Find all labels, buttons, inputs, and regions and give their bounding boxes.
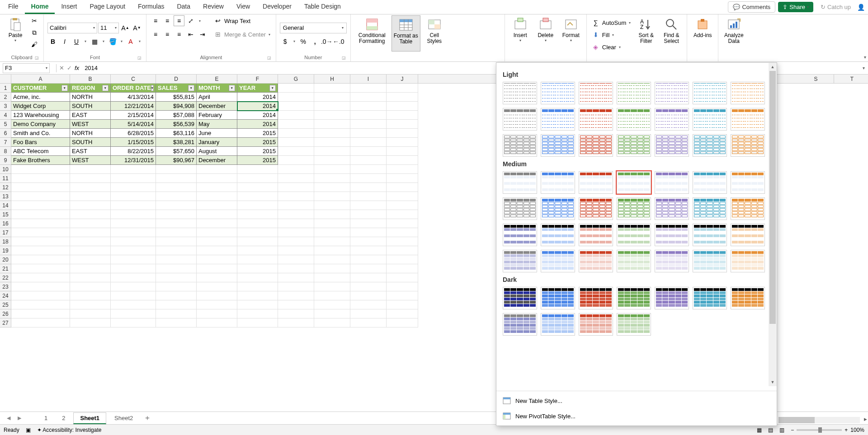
filter-dropdown-icon[interactable]: ▾ [229, 85, 235, 91]
cell[interactable] [387, 300, 418, 309]
table-style-swatch[interactable] [655, 197, 689, 220]
cell[interactable] [387, 165, 418, 174]
cell[interactable] [156, 237, 197, 246]
table-style-swatch[interactable] [579, 171, 613, 194]
increase-indent-button[interactable]: ⇥ [197, 29, 208, 40]
table-style-swatch[interactable] [655, 171, 689, 194]
row-header[interactable]: 20 [0, 255, 11, 264]
cell[interactable] [350, 120, 387, 129]
cell[interactable] [350, 84, 387, 93]
cell[interactable] [387, 156, 418, 165]
decrease-font-button[interactable]: A▼ [132, 23, 142, 33]
chevron-down-icon[interactable]: ▾ [83, 39, 88, 43]
table-style-swatch[interactable] [579, 197, 613, 220]
cell[interactable] [350, 138, 387, 147]
row-header[interactable]: 22 [0, 273, 11, 282]
cell[interactable] [70, 282, 111, 291]
cell[interactable] [350, 282, 387, 291]
cell[interactable]: SALES▾ [156, 84, 197, 93]
cell[interactable] [387, 237, 418, 246]
cell[interactable] [111, 318, 156, 327]
table-style-swatch[interactable] [579, 82, 613, 104]
table-style-swatch[interactable] [503, 82, 537, 104]
menu-tab-review[interactable]: Review [197, 0, 230, 14]
row-header[interactable]: 9 [0, 156, 11, 165]
cell[interactable] [314, 183, 350, 192]
cell[interactable] [350, 264, 387, 273]
table-style-swatch[interactable] [731, 224, 765, 246]
cell[interactable] [278, 291, 314, 300]
cell[interactable] [278, 318, 314, 327]
cell[interactable] [70, 219, 111, 228]
cell[interactable]: $57,650 [156, 147, 197, 156]
cell[interactable] [387, 318, 418, 327]
cell[interactable] [11, 237, 70, 246]
table-style-swatch[interactable] [617, 313, 651, 336]
macro-record-icon[interactable]: ▣ [26, 427, 31, 433]
cell[interactable] [387, 282, 418, 291]
cell[interactable] [11, 228, 70, 237]
cell[interactable] [70, 183, 111, 192]
cell[interactable]: Widget Corp [11, 102, 70, 111]
name-box[interactable]: F3▾ [3, 63, 50, 73]
cell[interactable] [11, 246, 70, 255]
ribbon-collapse-button[interactable]: ▾ [864, 55, 866, 60]
filter-dropdown-icon[interactable]: ▾ [269, 85, 276, 91]
decrease-indent-button[interactable]: ⇤ [185, 29, 196, 40]
cell[interactable] [70, 273, 111, 282]
column-header[interactable]: D [156, 75, 197, 83]
cell[interactable] [156, 273, 197, 282]
cell[interactable]: WEST [70, 120, 111, 129]
cell[interactable] [314, 192, 350, 201]
row-header[interactable]: 21 [0, 264, 11, 273]
cell[interactable] [278, 246, 314, 255]
cell[interactable] [70, 237, 111, 246]
cell[interactable] [237, 246, 278, 255]
table-style-swatch[interactable] [579, 250, 613, 272]
addins-button[interactable]: Add-ins [691, 15, 714, 51]
scroll-thumb[interactable] [769, 71, 776, 324]
cell[interactable] [70, 228, 111, 237]
cell[interactable] [314, 318, 350, 327]
tab-nav-next[interactable]: ▶ [15, 415, 24, 421]
table-style-swatch[interactable] [617, 250, 651, 272]
cell[interactable]: April [197, 93, 237, 102]
cell[interactable]: 2/15/2014 [111, 111, 156, 120]
table-style-swatch[interactable] [655, 287, 689, 309]
cell[interactable] [278, 102, 314, 111]
bold-button[interactable]: B [47, 36, 58, 47]
cell[interactable] [314, 246, 350, 255]
table-style-swatch[interactable] [579, 313, 613, 336]
cell[interactable] [237, 192, 278, 201]
table-style-swatch[interactable] [503, 134, 537, 157]
chevron-down-icon[interactable]: ▾ [292, 39, 297, 43]
cell[interactable]: 2015 [237, 147, 278, 156]
row-header[interactable]: 8 [0, 147, 11, 156]
cell[interactable]: December [197, 156, 237, 165]
cell[interactable] [387, 111, 418, 120]
cell[interactable] [278, 264, 314, 273]
cell[interactable] [278, 309, 314, 318]
cell[interactable] [11, 210, 70, 219]
cell[interactable] [387, 183, 418, 192]
cell[interactable]: Acme, inc. [11, 93, 70, 102]
font-color-button[interactable]: A [125, 36, 136, 47]
table-style-swatch[interactable] [731, 250, 765, 272]
table-style-swatch[interactable] [503, 197, 537, 220]
cell[interactable] [197, 255, 237, 264]
cell[interactable] [70, 291, 111, 300]
cell[interactable] [314, 156, 350, 165]
cell[interactable] [70, 246, 111, 255]
cell[interactable] [11, 291, 70, 300]
table-style-swatch[interactable] [617, 197, 651, 220]
row-header[interactable]: 26 [0, 309, 11, 318]
column-header[interactable]: E [197, 75, 237, 83]
cell[interactable] [197, 273, 237, 282]
row-header[interactable]: 12 [0, 183, 11, 192]
cell[interactable] [314, 111, 350, 120]
table-style-swatch[interactable] [655, 82, 689, 104]
table-style-swatch[interactable] [693, 287, 727, 309]
cell[interactable] [350, 255, 387, 264]
table-style-swatch[interactable] [617, 287, 651, 309]
cell[interactable] [11, 192, 70, 201]
